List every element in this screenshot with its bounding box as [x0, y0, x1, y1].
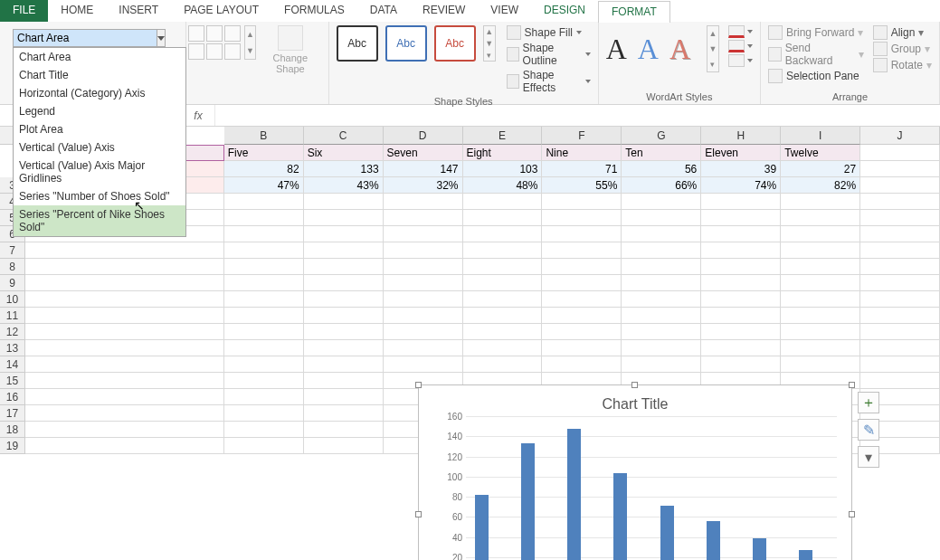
cell[interactable] [542, 259, 622, 275]
cell[interactable] [25, 389, 224, 405]
cell[interactable] [224, 438, 304, 454]
cell[interactable] [304, 422, 384, 438]
cell[interactable] [304, 438, 384, 454]
cell[interactable] [25, 324, 224, 340]
cell[interactable] [384, 340, 463, 356]
cell[interactable] [542, 340, 622, 356]
cell[interactable] [860, 259, 940, 275]
dropdown-item-v-gridlines[interactable]: Vertical (Value) Axis Major Gridlines [14, 157, 185, 187]
cell[interactable] [224, 405, 304, 422]
cell[interactable] [860, 356, 940, 373]
cell[interactable]: 74% [701, 177, 781, 194]
cell[interactable] [701, 210, 781, 226]
cell[interactable] [224, 242, 304, 259]
cell[interactable] [781, 194, 860, 210]
chart-title[interactable]: Chart Title [419, 385, 851, 416]
cell[interactable] [622, 242, 701, 259]
row-header[interactable]: 12 [0, 324, 25, 340]
cell[interactable] [860, 324, 940, 340]
tab-format[interactable]: FORMAT [598, 1, 670, 23]
cell[interactable] [860, 291, 940, 308]
cell[interactable] [25, 356, 224, 373]
row-header[interactable]: 9 [0, 275, 25, 291]
shape-gallery-scroll[interactable]: ▲▼ [244, 25, 256, 60]
cell[interactable]: 71 [542, 161, 622, 177]
y-axis[interactable]: 020406080100120140160 [433, 416, 462, 560]
cell[interactable] [463, 291, 543, 308]
cell[interactable] [25, 259, 224, 275]
tab-home[interactable]: HOME [48, 0, 106, 22]
col-header[interactable]: G [622, 127, 701, 145]
cell[interactable]: Twelve [781, 145, 860, 161]
row-header[interactable]: 7 [0, 242, 25, 259]
shape-style-preset-3[interactable]: Abc [434, 25, 476, 62]
cell[interactable]: Seven [384, 145, 463, 161]
cell[interactable] [701, 356, 781, 373]
col-header[interactable]: J [860, 127, 940, 145]
shape-effects-button[interactable]: Shape Effects [507, 69, 591, 94]
cell[interactable] [25, 422, 224, 438]
cell[interactable]: 47% [224, 177, 304, 194]
cell[interactable] [304, 389, 384, 405]
cell[interactable] [224, 210, 304, 226]
cell[interactable] [701, 308, 781, 324]
cell[interactable]: 56 [622, 161, 701, 177]
text-fill-button[interactable] [728, 25, 753, 38]
cell[interactable] [860, 161, 940, 177]
row-header[interactable]: 11 [0, 308, 25, 324]
cell[interactable] [622, 356, 701, 373]
cell[interactable] [622, 291, 701, 308]
cell[interactable] [622, 275, 701, 291]
chart-styles-button[interactable]: ✎ [858, 419, 879, 441]
cell[interactable]: 66% [622, 177, 701, 194]
col-header[interactable]: B [224, 127, 304, 145]
cell[interactable] [304, 210, 384, 226]
cell[interactable] [622, 210, 701, 226]
chart-element-dropdown-button[interactable] [157, 29, 166, 47]
cell[interactable] [463, 308, 543, 324]
cell[interactable] [224, 356, 304, 373]
chart-element-picker[interactable] [13, 29, 157, 47]
cell[interactable] [701, 194, 781, 210]
cell[interactable] [781, 291, 860, 308]
cell[interactable] [224, 422, 304, 438]
cell[interactable]: 48% [463, 177, 543, 194]
cell[interactable]: 27 [781, 161, 860, 177]
row-header[interactable]: 16 [0, 389, 25, 405]
cell[interactable] [304, 226, 384, 242]
cell[interactable] [542, 324, 622, 340]
cell[interactable]: 32% [384, 177, 463, 194]
cell[interactable] [860, 373, 940, 389]
cell[interactable] [384, 194, 463, 210]
cell[interactable] [622, 259, 701, 275]
cell[interactable] [701, 340, 781, 356]
cell[interactable] [860, 210, 940, 226]
cell[interactable] [860, 226, 940, 242]
cell[interactable] [463, 324, 543, 340]
embedded-chart[interactable]: Chart Title 020406080100120140160 FiveSi… [418, 384, 852, 560]
cell[interactable] [224, 259, 304, 275]
row-header[interactable]: 15 [0, 373, 25, 389]
dropdown-item-h-axis[interactable]: Horizontal (Category) Axis [14, 84, 185, 102]
cell[interactable] [304, 340, 384, 356]
wordart-gallery[interactable]: A A A ▲▼▾ [606, 25, 719, 72]
dropdown-item-legend[interactable]: Legend [14, 102, 185, 120]
dropdown-item-chart-title[interactable]: Chart Title [14, 66, 185, 84]
cell[interactable] [860, 145, 940, 161]
cell[interactable] [384, 226, 463, 242]
col-header[interactable]: H [701, 127, 781, 145]
cell[interactable] [860, 308, 940, 324]
selection-pane-button[interactable]: Selection Pane [768, 69, 864, 83]
row-header[interactable]: 10 [0, 291, 25, 308]
cell[interactable] [25, 373, 224, 389]
cell[interactable] [701, 259, 781, 275]
cell[interactable] [224, 373, 304, 389]
cell[interactable] [860, 242, 940, 259]
cell[interactable]: 147 [384, 161, 463, 177]
cell[interactable] [860, 340, 940, 356]
row-header[interactable]: 17 [0, 405, 25, 422]
cell[interactable] [622, 226, 701, 242]
cell[interactable] [860, 275, 940, 291]
cell[interactable] [781, 356, 860, 373]
cell[interactable] [463, 194, 543, 210]
